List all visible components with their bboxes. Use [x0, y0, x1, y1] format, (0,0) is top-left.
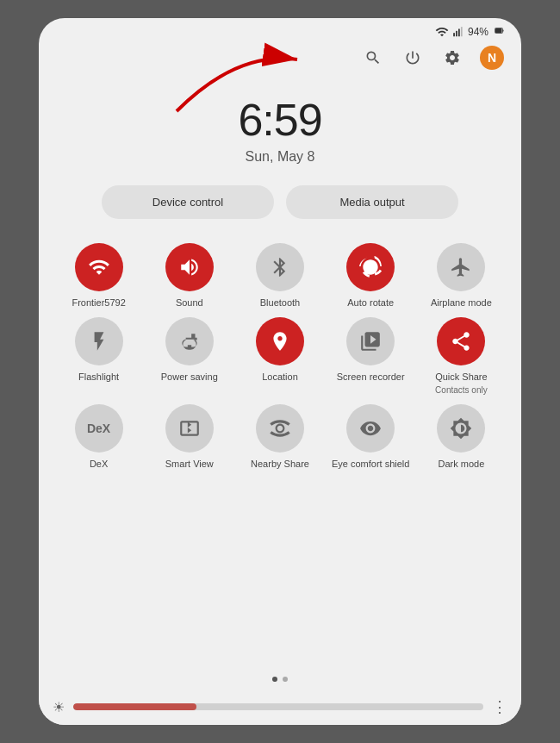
tile-location[interactable]: Location [237, 317, 322, 396]
control-buttons: Device control Media output [39, 185, 521, 236]
quick-settings: Frontier5792 Sound Bluetooth [39, 236, 521, 670]
powersaving-tile-icon [165, 317, 214, 365]
svg-rect-6 [495, 28, 502, 33]
clock-display: 6:59 [238, 94, 321, 146]
smartview-tile-label: Smart View [165, 458, 214, 470]
sound-tile-icon [165, 243, 214, 291]
user-avatar[interactable]: N [480, 46, 504, 70]
wifi-status-icon [435, 25, 449, 39]
quick-settings-grid: Frontier5792 Sound Bluetooth [56, 243, 504, 470]
smartview-tile-icon [165, 404, 214, 453]
screenrecorder-tile-icon [346, 317, 395, 365]
tile-powersaving[interactable]: Power saving [146, 317, 232, 396]
tile-dex[interactable]: DeX DeX [56, 404, 141, 470]
battery-icon [492, 27, 507, 37]
airplane-tile-label: Airplane mode [431, 297, 492, 309]
page-dot-2 [283, 677, 288, 682]
autorotate-tile-label: Auto rotate [347, 297, 394, 309]
dex-tile-icon: DeX [75, 404, 123, 453]
powersaving-tile-label: Power saving [161, 371, 218, 383]
tile-wifi[interactable]: Frontier5792 [56, 243, 141, 309]
quickshare-tile-icon [437, 317, 485, 365]
media-output-button[interactable]: Media output [286, 185, 458, 219]
brightness-menu-icon[interactable]: ⋮ [492, 697, 507, 716]
quickshare-tile-label: Quick ShareContacts only [435, 371, 488, 396]
tile-sound[interactable]: Sound [146, 243, 232, 309]
bluetooth-tile-label: Bluetooth [260, 297, 300, 309]
sound-tile-label: Sound [176, 297, 203, 309]
location-tile-icon [256, 317, 304, 365]
wifi-tile-label: Frontier5792 [72, 297, 125, 309]
darkmode-tile-icon [437, 404, 485, 453]
svg-rect-5 [503, 30, 504, 32]
flashlight-tile-icon [75, 317, 123, 365]
tile-darkmode[interactable]: Dark mode [419, 404, 504, 470]
nearbyshare-tile-label: Nearby Share [251, 458, 309, 470]
brightness-icon: ☀ [53, 699, 65, 715]
screenrecorder-tile-label: Screen recorder [337, 371, 405, 383]
search-button[interactable] [361, 46, 385, 70]
time-section: 6:59 Sun, May 8 [39, 77, 521, 185]
darkmode-tile-label: Dark mode [438, 458, 484, 470]
tile-eyecomfort[interactable]: Eye comfort shield [328, 404, 414, 470]
svg-rect-2 [458, 29, 460, 37]
tile-screenrecorder[interactable]: Screen recorder [328, 317, 414, 396]
svg-rect-3 [461, 27, 463, 36]
tile-bluetooth[interactable]: Bluetooth [237, 243, 322, 309]
bluetooth-tile-icon [256, 243, 304, 291]
tile-quickshare[interactable]: Quick ShareContacts only [419, 317, 504, 396]
flashlight-tile-label: Flashlight [78, 371, 119, 383]
wifi-tile-icon [75, 243, 123, 291]
status-bar: 94% [39, 18, 521, 42]
status-icons: 94% [435, 25, 507, 39]
tile-flashlight[interactable]: Flashlight [56, 317, 141, 396]
device-frame: 94% N [39, 18, 521, 725]
brightness-bar: ☀ ⋮ [39, 689, 521, 725]
date-display: Sun, May 8 [246, 149, 315, 165]
location-tile-label: Location [262, 371, 298, 383]
eyecomfort-tile-icon [346, 404, 395, 453]
autorotate-tile-icon [346, 243, 395, 291]
signal-icon [452, 26, 464, 38]
tile-smartview[interactable]: Smart View [146, 404, 232, 470]
tile-autorotate[interactable]: Auto rotate [328, 243, 414, 309]
nearbyshare-tile-icon [256, 404, 304, 453]
tile-airplane[interactable]: Airplane mode [419, 243, 504, 309]
dex-tile-label: DeX [90, 458, 108, 470]
top-controls: N [39, 42, 521, 77]
tile-nearbyshare[interactable]: Nearby Share [237, 404, 322, 470]
settings-button[interactable] [440, 46, 464, 70]
device-control-button[interactable]: Device control [102, 185, 274, 219]
brightness-track[interactable] [73, 703, 483, 710]
svg-rect-0 [453, 33, 455, 36]
eyecomfort-tile-label: Eye comfort shield [332, 458, 409, 470]
svg-rect-1 [456, 31, 457, 36]
brightness-fill [73, 703, 196, 710]
power-button[interactable] [401, 46, 425, 70]
page-dot-1 [272, 677, 277, 682]
battery-percentage: 94% [468, 26, 488, 38]
page-indicator [39, 670, 521, 689]
airplane-tile-icon [437, 243, 485, 291]
